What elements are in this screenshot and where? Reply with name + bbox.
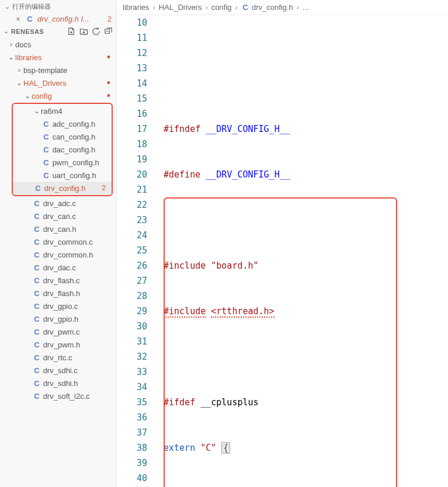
line-number: 26	[117, 258, 147, 273]
c-file-icon: C	[33, 276, 41, 285]
line-number: 35	[117, 395, 147, 410]
tree-file[interactable]: C drv_gpio.h	[0, 312, 116, 325]
tab-badge: 2	[107, 15, 112, 23]
tree-folder-ra6m4[interactable]: ⌄ra6m4	[13, 105, 112, 117]
line-number: 11	[117, 30, 147, 46]
file-badge: 2	[102, 184, 106, 192]
tree-file[interactable]: C drv_rtc.c	[0, 351, 116, 364]
refresh-icon[interactable]	[92, 27, 100, 36]
explorer-section-header[interactable]: ⌄ RENESAS	[0, 25, 116, 38]
tree-file-adc-config[interactable]: C adc_config.h	[13, 117, 112, 130]
c-file-icon: C	[241, 3, 249, 12]
chevron-down-icon: ⌄	[23, 92, 32, 100]
chevron-right-icon: ›	[153, 3, 155, 12]
tree-file[interactable]: C drv_common.h	[0, 248, 116, 261]
close-icon[interactable]: ×	[14, 15, 22, 23]
file-tree: ›docs ⌄libraries• ›bsp-template ⌄HAL_Dri…	[0, 38, 116, 487]
tree-file-can-config[interactable]: C can_config.h	[13, 130, 112, 143]
new-file-icon[interactable]	[67, 27, 76, 36]
tree-file[interactable]: C drv_flash.h	[0, 287, 116, 300]
c-file-icon: C	[33, 251, 41, 259]
tree-file[interactable]: C drv_pwm.h	[0, 338, 116, 351]
tree-file[interactable]: C drv_can.h	[0, 222, 116, 235]
tree-file[interactable]: C drv_dac.c	[0, 261, 116, 274]
line-number: 18	[117, 137, 147, 152]
chevron-down-icon: ⌄	[33, 107, 41, 115]
line-number: 33	[117, 364, 147, 380]
tree-file-drv-config[interactable]: C drv_config.h2	[13, 182, 112, 194]
tree-folder-config[interactable]: ⌄config•	[0, 89, 116, 102]
tree-file[interactable]: C drv_sdhi.c	[0, 364, 116, 377]
line-number: 17	[117, 121, 147, 137]
chevron-down-icon: ⌄	[5, 3, 10, 11]
tree-file[interactable]: C drv_sdhi.h	[0, 377, 116, 389]
line-number: 28	[117, 288, 147, 304]
new-folder-icon[interactable]	[79, 27, 88, 36]
bc-seg[interactable]: ...	[303, 3, 309, 12]
bc-seg[interactable]: libraries	[123, 3, 150, 12]
line-number: 12	[117, 46, 147, 61]
chevron-right-icon: ›	[15, 66, 23, 74]
line-number: 37	[117, 425, 147, 440]
c-file-icon: C	[42, 158, 50, 167]
open-editors-header[interactable]: ⌄ 打开的编辑器	[0, 0, 116, 13]
code-editor[interactable]: 1011121314151617181920212223242526272829…	[117, 15, 448, 487]
chevron-right-icon: ›	[206, 3, 208, 12]
highlighted-files-box: ⌄ra6m4 C adc_config.h C can_config.h C d…	[12, 103, 113, 196]
line-number: 20	[117, 167, 147, 182]
chevron-right-icon: ›	[235, 3, 238, 12]
line-number: 14	[117, 76, 147, 91]
tree-file[interactable]: C drv_gpio.c	[0, 300, 116, 312]
tree-file-uart-config[interactable]: C uart_config.h	[13, 169, 112, 182]
c-file-icon: C	[34, 184, 42, 193]
line-number: 38	[117, 440, 147, 455]
explorer-title: RENESAS	[11, 28, 65, 35]
c-file-icon: C	[33, 263, 41, 272]
tree-folder-libraries[interactable]: ⌄libraries•	[0, 51, 116, 64]
chevron-down-icon: ⌄	[4, 27, 9, 35]
breadcrumb[interactable]: libraries› HAL_Drivers› config› Cdrv_con…	[117, 0, 448, 15]
tree-file[interactable]: C drv_common.c	[0, 235, 116, 248]
c-file-icon: C	[33, 353, 41, 362]
tree-file[interactable]: C drv_adc.c	[0, 197, 116, 210]
tree-file[interactable]: C drv_pwm.c	[0, 325, 116, 338]
line-number-gutter: 1011121314151617181920212223242526272829…	[117, 15, 159, 487]
chevron-right-icon: ›	[297, 3, 299, 12]
c-file-icon: C	[33, 366, 41, 375]
tree-file[interactable]: C drv_can.c	[0, 210, 116, 222]
line-number: 31	[117, 334, 147, 349]
chevron-down-icon: ⌄	[7, 53, 15, 61]
c-file-icon: C	[42, 133, 50, 141]
tree-file-pwm-config[interactable]: C pwm_config.h	[13, 156, 112, 169]
main-pane: libraries› HAL_Drivers› config› Cdrv_con…	[117, 0, 448, 487]
tree-folder-bsp-template[interactable]: ›bsp-template	[0, 64, 116, 76]
bc-seg[interactable]: config	[211, 3, 232, 12]
open-editor-tab[interactable]: × C drv_config.h I... 2	[0, 13, 116, 25]
line-number: 16	[117, 106, 147, 121]
line-number: 27	[117, 273, 147, 288]
chevron-right-icon: ›	[7, 40, 15, 48]
bc-seg[interactable]: HAL_Drivers	[159, 3, 202, 12]
tree-file-dac-config[interactable]: C dac_config.h	[13, 143, 112, 156]
line-number: 29	[117, 304, 147, 319]
c-file-icon: C	[42, 145, 50, 154]
bc-file[interactable]: Cdrv_config.h	[241, 3, 293, 12]
line-number: 15	[117, 91, 147, 106]
tree-folder-hal-drivers[interactable]: ⌄HAL_Drivers•	[0, 76, 116, 89]
tree-file[interactable]: C drv_soft_i2c.c	[0, 389, 116, 402]
line-number: 25	[117, 243, 147, 258]
line-number: 32	[117, 349, 147, 364]
tree-file[interactable]: C drv_flash.c	[0, 274, 116, 287]
line-number: 34	[117, 380, 147, 395]
tree-folder-docs[interactable]: ›docs	[0, 38, 116, 51]
modified-dot-icon: •	[107, 52, 110, 62]
line-number: 19	[117, 152, 147, 167]
modified-dot-icon: •	[107, 78, 110, 88]
c-file-icon: C	[33, 315, 41, 323]
c-file-icon: C	[33, 289, 41, 298]
collapse-icon[interactable]	[104, 27, 113, 36]
code-area[interactable]: #ifndef __DRV_CONFIG_H__ #define __DRV_C…	[159, 15, 448, 487]
c-file-icon: C	[33, 328, 41, 336]
c-file-icon: C	[33, 379, 41, 388]
c-file-icon: C	[33, 199, 41, 208]
